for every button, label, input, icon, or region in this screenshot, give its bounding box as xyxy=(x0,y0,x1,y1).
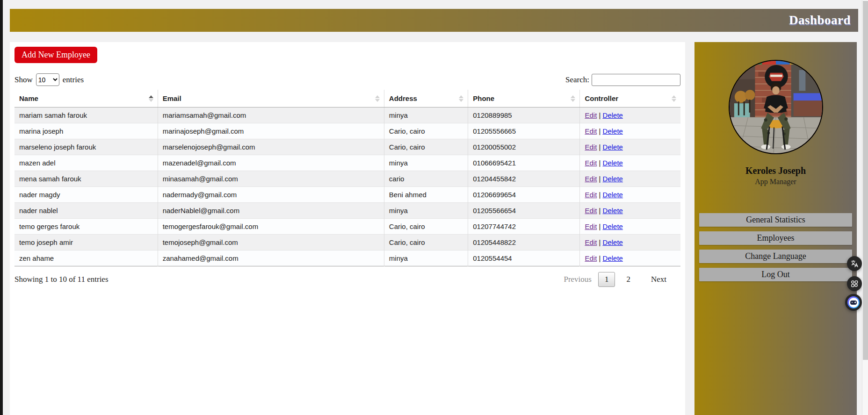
table-row: mazen adel mazenadel@gmail.com minya 010… xyxy=(14,155,680,171)
delete-link[interactable]: Delete xyxy=(603,127,623,135)
cell-name: mazen adel xyxy=(14,155,158,171)
pagination-page-2[interactable]: 2 xyxy=(622,272,635,286)
pagination-next[interactable]: Next xyxy=(651,275,666,284)
table-row: nader nablel naderNablel@gmail.com minya… xyxy=(14,203,680,219)
cell-phone: 01205448822 xyxy=(468,235,580,250)
search-input[interactable] xyxy=(592,74,680,86)
edit-link[interactable]: Edit xyxy=(585,127,597,135)
cell-email: mazenadel@gmail.com xyxy=(158,155,384,171)
cell-email: nadermady@gmail.com xyxy=(158,187,384,203)
table-row: marseleno joseph farouk marselenojoseph@… xyxy=(14,139,680,155)
column-header-controller[interactable]: Controller xyxy=(580,90,680,107)
table-row: temo gerges farouk temogergesfarouk@gmai… xyxy=(14,219,680,235)
delete-link[interactable]: Delete xyxy=(603,238,623,246)
sort-icon xyxy=(459,95,463,102)
cell-controller: Edit | Delete xyxy=(580,250,680,266)
table-info: Showing 1 to 10 of 11 entries xyxy=(14,275,108,284)
delete-link[interactable]: Delete xyxy=(603,143,623,151)
delete-link[interactable]: Delete xyxy=(603,159,623,167)
cell-name: zen ahame xyxy=(14,250,158,266)
page-title: Dashboard xyxy=(789,13,851,28)
table-row: nader magdy nadermady@gmail.com Beni ahm… xyxy=(14,187,680,203)
translate-icon[interactable] xyxy=(847,256,862,271)
edit-link[interactable]: Edit xyxy=(585,238,597,246)
edit-link[interactable]: Edit xyxy=(585,222,597,230)
vertical-scrollbar[interactable] xyxy=(862,0,868,415)
delete-link[interactable]: Delete xyxy=(603,207,623,215)
edit-link[interactable]: Edit xyxy=(585,175,597,183)
delete-link[interactable]: Delete xyxy=(603,111,623,119)
avatar xyxy=(729,60,823,154)
edit-link[interactable]: Edit xyxy=(585,254,597,262)
delete-link[interactable]: Delete xyxy=(603,191,623,199)
sidebar-item-employees[interactable]: Employees xyxy=(699,231,852,245)
column-header-email[interactable]: Email xyxy=(158,90,384,107)
cell-name: temo gerges farouk xyxy=(14,219,158,235)
cell-address: minya xyxy=(384,250,468,266)
sidebar-item-general-statistics[interactable]: General Statistics xyxy=(699,213,852,227)
cell-address: Beni ahmed xyxy=(384,187,468,203)
cell-name: marseleno joseph farouk xyxy=(14,139,158,155)
assistant-icon[interactable] xyxy=(845,294,862,311)
column-header-phone[interactable]: Phone xyxy=(468,90,580,107)
sort-icon xyxy=(672,95,676,102)
search-label: Search: xyxy=(565,75,589,85)
pagination-previous[interactable]: Previous xyxy=(564,275,592,284)
cell-address: cario xyxy=(384,171,468,187)
edit-link[interactable]: Edit xyxy=(585,143,597,151)
cell-phone: 01066695421 xyxy=(468,155,580,171)
cell-controller: Edit | Delete xyxy=(580,107,680,123)
delete-link[interactable]: Delete xyxy=(603,175,623,183)
cell-phone: 01205556665 xyxy=(468,123,580,139)
link-separator: | xyxy=(597,222,602,230)
cell-address: Cario, cairo xyxy=(384,139,468,155)
delete-link[interactable]: Delete xyxy=(603,222,623,230)
pagination-page-1[interactable]: 1 xyxy=(598,272,615,287)
link-separator: | xyxy=(597,191,602,199)
edit-link[interactable]: Edit xyxy=(585,191,597,199)
delete-link[interactable]: Delete xyxy=(603,254,623,262)
cell-controller: Edit | Delete xyxy=(580,155,680,171)
cell-email: temojoseph@gmail.com xyxy=(158,235,384,250)
sidebar-item-log-out[interactable]: Log Out xyxy=(699,268,852,281)
cell-email: naderNablel@gmail.com xyxy=(158,203,384,219)
entries-length-select[interactable]: 10 xyxy=(36,73,59,86)
cell-address: Cario, cairo xyxy=(384,123,468,139)
column-header-address[interactable]: Address xyxy=(384,90,468,107)
table-row: mariam samah farouk mariamsamah@gmail.co… xyxy=(14,107,680,123)
avatar-photo xyxy=(730,61,822,153)
cell-controller: Edit | Delete xyxy=(580,203,680,219)
link-separator: | xyxy=(597,175,602,183)
sort-icon xyxy=(571,95,575,102)
cell-name: nader nablel xyxy=(14,203,158,219)
profile-name: Keroles Joseph xyxy=(694,165,857,176)
edit-link[interactable]: Edit xyxy=(585,111,597,119)
table-row: marina joseph marinajoseph@gmail.com Car… xyxy=(14,123,680,139)
add-new-employee-button[interactable]: Add New Employee xyxy=(14,47,97,63)
link-separator: | xyxy=(597,127,602,135)
cell-controller: Edit | Delete xyxy=(580,219,680,235)
edit-link[interactable]: Edit xyxy=(585,159,597,167)
scrollbar-thumb[interactable] xyxy=(863,1,868,360)
column-header-name[interactable]: Name xyxy=(14,90,158,107)
window-edge-strip xyxy=(0,0,3,415)
sort-icon xyxy=(149,95,153,102)
cell-phone: 01206699654 xyxy=(468,187,580,203)
table-footer-row: Showing 1 to 10 of 11 entries Previous 1… xyxy=(14,272,680,287)
pagination: Previous 1 2 Next xyxy=(564,272,680,287)
cell-controller: Edit | Delete xyxy=(580,235,680,250)
entries-length-control: Show 10 entries xyxy=(14,73,84,86)
cell-controller: Edit | Delete xyxy=(580,123,680,139)
cell-phone: 0120554454 xyxy=(468,250,580,266)
cell-name: nader magdy xyxy=(14,187,158,203)
cell-phone: 01205566654 xyxy=(468,203,580,219)
cell-phone: 01200055002 xyxy=(468,139,580,155)
edit-link[interactable]: Edit xyxy=(585,207,597,215)
table-header-row: Name Email Address Phone Controller xyxy=(14,90,680,107)
apps-grid-icon[interactable] xyxy=(847,276,862,291)
cell-name: mariam samah farouk xyxy=(14,107,158,123)
employees-table: Name Email Address Phone Controller xyxy=(14,90,680,266)
sidebar-item-change-language[interactable]: Change Language xyxy=(699,250,852,263)
cell-email: minasamah@gmail.com xyxy=(158,171,384,187)
cell-phone: 0120889985 xyxy=(468,107,580,123)
